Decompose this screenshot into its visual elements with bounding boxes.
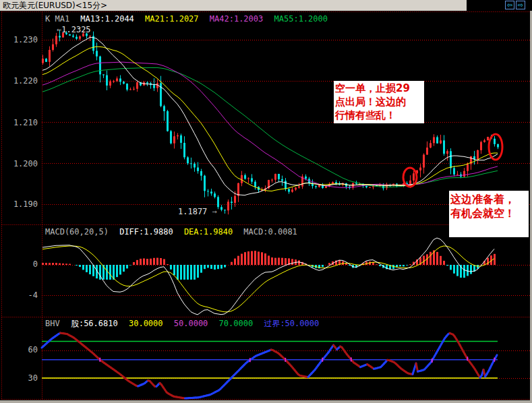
legend-indicator-name: K MA1	[45, 14, 69, 24]
window-frame-bottom	[0, 400, 532, 403]
legend-bhv-70: 70.0000	[219, 319, 254, 328]
legend-bhv-30: 30.0000	[129, 319, 163, 328]
main-y-label: 1.220	[3, 76, 38, 86]
main-y-label: 1.230	[3, 35, 38, 44]
annotation-ready-to-short-note: 这边准备着， 有机会就空！	[449, 191, 529, 237]
legend-bhv-name: BHV	[45, 319, 60, 328]
macd-legend: MACD(60,20,5) DIFF:1.9880 DEA:1.9840 MAC…	[45, 227, 303, 237]
main-y-label: 1.190	[3, 199, 38, 209]
legend-bhv-guojie: 过界:50.0000	[264, 319, 319, 328]
legend-bhv-50: 50.0000	[174, 319, 208, 328]
nav-prev-button[interactable]: ⇦	[505, 1, 514, 9]
nav-next-button[interactable]: ⇨	[516, 1, 525, 9]
window-title: 欧元美元(EURUSD)<15分>	[3, 1, 107, 10]
macd-y-label: 0	[3, 259, 38, 269]
bhv-legend: BHV 股:56.6810 30.0000 50.0000 70.0000 过界…	[45, 319, 325, 328]
legend-macd-name: MACD(60,20,5)	[45, 227, 109, 237]
macd-y-label: -4	[3, 290, 38, 300]
main-chart-legend: K MA1 MA13:1.2044 MA21:1.2027 MA42:1.200…	[45, 14, 334, 24]
bhv-y-label: 30	[3, 373, 38, 383]
legend-macd-value: MACD:0.0081	[243, 227, 297, 237]
legend-ma42: MA42:1.2003	[210, 14, 263, 24]
legend-ma55: MA55:1.2000	[274, 14, 328, 24]
main-y-label: 1.200	[3, 159, 38, 168]
pointer-right-icon: →	[212, 207, 217, 216]
title-bar: 欧元美元(EURUSD)<15分> ⇦ ⇨	[0, 0, 532, 11]
legend-ma21: MA21:1.2027	[145, 14, 198, 24]
legend-ma13: MA13:1.2044	[80, 14, 134, 24]
bhv-y-label: 60	[3, 345, 38, 354]
peak-price-label: ←1.2325	[57, 25, 91, 34]
legend-diff: DIFF:1.9880	[119, 227, 173, 237]
main-y-label: 1.210	[3, 118, 38, 127]
arrow-right-icon: ⇨	[518, 1, 523, 9]
legend-dea: DEA:1.9840	[184, 227, 233, 237]
arrow-left-icon: ⇦	[507, 1, 512, 9]
annotation-stop-loss-note: 空一单，止损29 点出局！这边的 行情有些乱！	[334, 81, 424, 123]
low-price-label: 1.1877 →	[178, 207, 217, 216]
trading-app-window: 欧元美元(EURUSD)<15分> ⇦ ⇨ K MA1 MA13:1.2044 …	[0, 0, 532, 403]
legend-bhv-main: 股:56.6810	[71, 319, 118, 328]
